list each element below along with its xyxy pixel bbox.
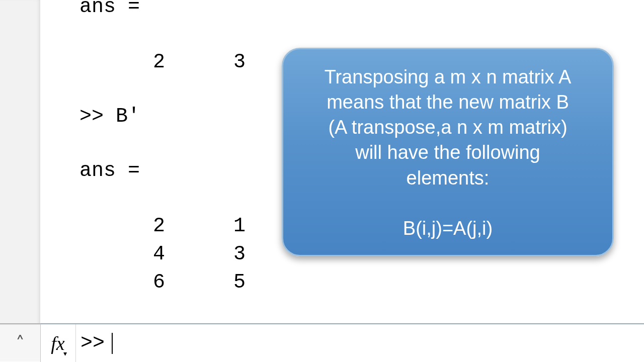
cell: 3 [165,244,246,264]
left-gutter [0,0,41,362]
prompt-symbol: >> [80,332,105,354]
text-caret [112,333,113,354]
callout-line: (A transpose,a n x m matrix) [325,115,572,140]
ans1-cell-0: 2 [85,52,165,72]
callout-line: means that the new matrix B [325,89,572,115]
cell: 6 [85,273,165,293]
prompt-bar: ˄ fx ▾ >> [0,323,644,362]
chevron-up-icon: ˄ [16,334,25,352]
panel-edge [40,0,55,362]
fx-label: fx [51,333,64,354]
command-prompt[interactable]: >> [80,324,113,362]
matlab-command-window: ans = 2 3 >> B' ans = 2 1 4 3 6 5 [0,0,644,362]
expand-button[interactable]: ˄ [0,324,41,362]
callout-formula: B(i,j)=A(j,i) [403,218,493,239]
callout-line: elements: [325,165,572,191]
callout-line: Transposing a m x n matrix A [325,64,572,89]
callout-text: Transposing a m x n matrix A means that … [325,64,572,191]
cell: 2 [85,216,165,236]
cell: 1 [165,216,246,236]
annotation-callout: Transposing a m x n matrix A means that … [282,48,614,256]
ans1-cell-1: 3 [165,52,246,72]
cell: 5 [165,273,246,293]
table-row: 6 5 [85,273,644,293]
fx-icon: fx ▾ [51,332,64,354]
dropdown-arrow-icon: ▾ [63,349,67,357]
cell: 4 [85,244,165,264]
ans-label-1: ans = [79,0,644,17]
fx-button[interactable]: fx ▾ [40,324,76,362]
callout-line: will have the following [325,140,572,165]
